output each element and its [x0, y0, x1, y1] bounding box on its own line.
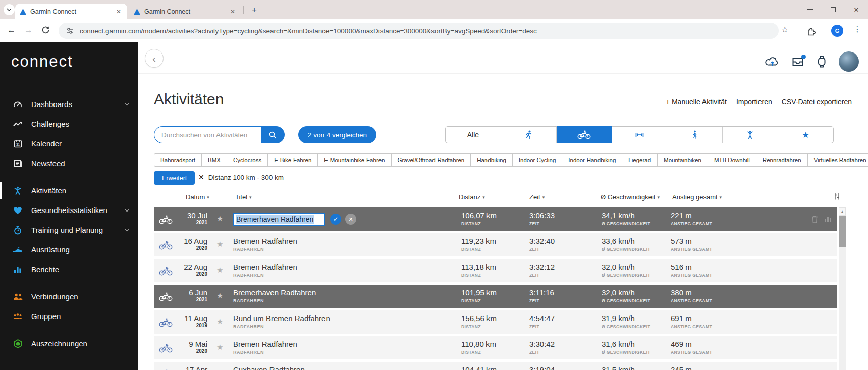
sidebar-item-berichte[interactable]: Berichte [0, 259, 138, 279]
chip-e-mountainbike-fahren[interactable]: E-Mountainbike-Fahren [317, 153, 391, 167]
column-header-datum[interactable]: Datum [186, 193, 209, 201]
bookmark-star-icon[interactable]: ☆ [781, 25, 788, 34]
activity-title[interactable]: Bremen RadfahrenRADFAHREN [233, 237, 297, 252]
url-bar[interactable]: connect.garmin.com/modern/activities?act… [59, 23, 779, 39]
sidebar-item-dashboards[interactable]: Dashboards [0, 94, 138, 114]
compare-button[interactable]: 2 von 4 vergleichen [298, 126, 376, 143]
compare-icon[interactable] [824, 215, 832, 223]
column-header-zeit[interactable]: Zeit [529, 193, 545, 201]
column-header-distanz[interactable]: Distanz [459, 193, 485, 201]
chip-bahnradsport[interactable]: Bahnradsport [154, 153, 202, 167]
tab-favorites[interactable]: ★ [778, 127, 833, 143]
sidebar-item-aktivitaeten[interactable]: Aktivitäten [0, 181, 138, 200]
browser-reload-button[interactable] [41, 26, 50, 34]
activity-title[interactable]: Bremen RadfahrenRADFAHREN [233, 262, 297, 278]
chip-mountainbiken[interactable]: Mountainbiken [657, 153, 708, 167]
search-button[interactable] [261, 126, 285, 143]
sidebar-item-verbindungen[interactable]: Verbindungen [0, 287, 138, 306]
chip-virtuelles-radfahren[interactable]: Virtuelles Radfahren [807, 153, 868, 167]
site-settings-icon[interactable] [66, 27, 74, 35]
tab-close-icon[interactable]: ✕ [115, 8, 123, 15]
export-csv-link[interactable]: CSV-Datei exportieren [782, 98, 852, 106]
scrollbar-thumb[interactable] [839, 216, 846, 247]
activity-row[interactable]: 16 Aug2020 ★ Bremen RadfahrenRADFAHREN 1… [154, 233, 837, 256]
chip-indoor-cycling[interactable]: Indoor Cycling [512, 153, 563, 167]
activity-row[interactable]: 9 Mai2020 ★ Bremen RadfahrenRADFAHREN 11… [154, 336, 837, 359]
activity-title[interactable]: Bremerhaven RadfahrenRADFAHREN [233, 288, 316, 303]
activity-row[interactable]: 22 Aug2020 ★ Bremen RadfahrenRADFAHREN 1… [154, 259, 837, 282]
favorite-star-icon[interactable]: ★ [216, 240, 223, 249]
sidebar-item-auszeichnungen[interactable]: Auszeichnungen [0, 334, 138, 353]
cancel-edit-button[interactable]: ✕ [345, 214, 356, 225]
scroll-up-button[interactable]: ▲ [839, 207, 846, 216]
device-sync-button[interactable] [816, 55, 827, 68]
notifications-button[interactable] [791, 57, 804, 67]
favorite-star-icon[interactable]: ★ [216, 214, 223, 223]
title-edit-input[interactable]: Bremerhaven Radfahren [233, 213, 326, 226]
browser-tab-active[interactable]: Garmin Connect ✕ [15, 4, 127, 19]
column-settings-button[interactable] [833, 192, 841, 200]
chip-liegerad[interactable]: Liegerad [622, 153, 658, 167]
advanced-filter-button[interactable]: Erweitert [154, 171, 195, 185]
window-minimize-button[interactable] [798, 0, 822, 19]
column-header-anstieg[interactable]: Anstieg gesamt [672, 193, 722, 201]
activity-title[interactable]: Bremen RadfahrenRADFAHREN [233, 340, 297, 355]
tab-strength[interactable] [612, 127, 668, 143]
manual-activity-link[interactable]: + Manuelle Aktivität [666, 98, 727, 106]
sidebar-item-gruppen[interactable]: Gruppen [0, 306, 138, 326]
activity-row[interactable]: 11 Aug2019 ★ Rund um Bremen RadfahrenRAD… [154, 310, 837, 334]
favorite-star-icon[interactable]: ★ [216, 317, 223, 326]
search-input[interactable] [154, 126, 261, 143]
user-avatar[interactable] [839, 51, 859, 72]
chip-handbiking[interactable]: Handbiking [470, 153, 513, 167]
sidebar-item-challenges[interactable]: Challenges [0, 114, 138, 134]
upload-button[interactable] [765, 56, 780, 67]
chip-gravel-offroad-radfahren[interactable]: Gravel/Offroad-Radfahren [391, 153, 471, 167]
chip-mtb-downhill[interactable]: MTB Downhill [708, 153, 756, 167]
confirm-edit-button[interactable]: ✓ [330, 214, 341, 225]
chip-cyclocross[interactable]: Cyclocross [227, 153, 268, 167]
window-close-button[interactable]: ✕ [845, 0, 868, 19]
activity-row-editing[interactable]: 30 Jul2021 ★ Bremerhaven Radfahren ✓ ✕ 1… [154, 207, 837, 231]
column-header-titel[interactable]: Titel [235, 193, 252, 201]
sidebar-item-newsfeed[interactable]: Newsfeed [0, 153, 138, 173]
tab-other-sport[interactable] [723, 127, 778, 143]
tab-search-button[interactable] [4, 4, 15, 15]
new-tab-button[interactable]: + [248, 4, 260, 16]
url-text[interactable]: connect.garmin.com/modern/activities?act… [80, 27, 537, 35]
tab-walking[interactable] [667, 127, 723, 143]
activity-title[interactable]: Rund um Bremen RadfahrenRADFAHREN [233, 314, 330, 329]
tab-running[interactable] [501, 127, 557, 143]
browser-back-button[interactable]: ← [7, 25, 16, 35]
browser-profile-avatar[interactable]: G [831, 25, 843, 37]
sidebar-item-gesundheitsstatistiken[interactable]: Gesundheitsstatistiken [0, 200, 138, 220]
extensions-button[interactable] [806, 26, 817, 36]
activity-row[interactable]: 17 Apr ★ Cuxhaven RadfahrenRADFAHREN 104… [154, 362, 837, 370]
favorite-star-icon[interactable]: ★ [216, 266, 223, 275]
sidebar-item-kalender[interactable]: 31 Kalender [0, 134, 138, 153]
window-maximize-button[interactable] [822, 0, 845, 19]
favorite-star-icon[interactable]: ★ [216, 343, 223, 352]
import-link[interactable]: Importieren [736, 98, 772, 106]
chip-rennradfahren[interactable]: Rennradfahren [756, 153, 808, 167]
chip-e-bike-fahren[interactable]: E-Bike-Fahren [267, 153, 318, 167]
browser-forward-button[interactable]: → [24, 25, 33, 35]
chip-bmx[interactable]: BMX [201, 153, 227, 167]
sidebar-item-training-und-planung[interactable]: Training und Planung [0, 220, 138, 240]
chip-indoor-handbiking[interactable]: Indoor-Handbiking [562, 153, 622, 167]
sidebar-item-ausruestung[interactable]: Ausrüstung [0, 240, 138, 259]
connect-logo[interactable]: connect [11, 52, 138, 71]
tab-close-icon[interactable]: ✕ [229, 8, 237, 15]
tab-all-activities[interactable]: Alle [446, 127, 501, 143]
remove-filter-icon[interactable]: ✕ [198, 173, 204, 181]
column-header-geschwindigkeit[interactable]: Ø Geschwindigkeit [601, 193, 660, 201]
browser-menu-button[interactable]: ⋮ [853, 25, 862, 34]
tab-cycling-active[interactable] [557, 126, 612, 143]
page-back-button[interactable]: ‹ [145, 49, 164, 68]
browser-tab-inactive[interactable]: Garmin Connect ✕ [129, 4, 241, 19]
list-scrollbar[interactable]: ▲ [839, 207, 846, 370]
delete-icon[interactable] [811, 215, 818, 223]
activity-title[interactable]: Cuxhaven RadfahrenRADFAHREN [233, 365, 305, 370]
activity-row-selected[interactable]: 6 Jun2021 ★ Bremerhaven RadfahrenRADFAHR… [154, 285, 837, 308]
favorite-star-icon[interactable]: ★ [216, 291, 223, 300]
